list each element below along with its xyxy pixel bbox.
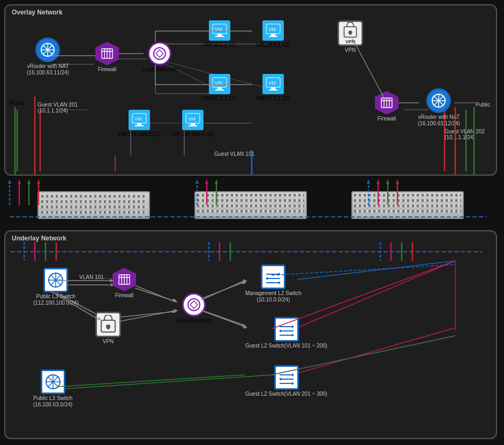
mgmt-l2-switch-icon — [261, 265, 285, 289]
vpn-underlay-icon — [95, 312, 121, 337]
public-l3-bot-label: Public L3 Switch (16.100.63.0/24) — [33, 395, 72, 408]
server-rack-1 — [37, 191, 150, 219]
vm1-icon: VM — [209, 20, 230, 41]
svg-rect-50 — [191, 123, 195, 125]
vpn-underlay: VPN — [95, 312, 121, 345]
vm1-label: VM(10.1.1.11) — [202, 42, 236, 48]
guest-vlan-right: Guest VLAN 202 (10.1.1.1/24) — [445, 129, 485, 140]
svg-rect-38 — [217, 87, 222, 89]
svg-rect-39 — [215, 89, 224, 90]
underlay-label: Underlay Network — [12, 235, 66, 242]
svg-marker-89 — [27, 179, 31, 184]
firewall-left: Firewall — [95, 42, 119, 73]
public-l3-top-icon — [43, 268, 68, 292]
public-l3-bot-icon — [41, 369, 65, 394]
vm4: VM VM(10.1.1.12) — [256, 74, 290, 102]
svg-marker-170 — [279, 378, 281, 381]
guest-l2-bot: Guest L2 Switch(VLAN 201 ~ 300) — [245, 365, 327, 397]
vrouter-right: vRouter with NAT (16.100.63.12/24) — [418, 88, 460, 127]
svg-marker-164 — [279, 329, 281, 333]
svg-marker-105 — [396, 179, 399, 184]
svg-line-119 — [297, 261, 455, 280]
svg-marker-114 — [172, 298, 177, 303]
vrouter-right-label: vRouter with NAT (16.100.63.12/24) — [418, 114, 460, 127]
overlay-network: Overlay Network — [4, 4, 497, 176]
svg-marker-166 — [292, 334, 294, 337]
svg-marker-91 — [37, 179, 40, 184]
vm2-label: VM(10.1.1.12) — [256, 42, 290, 48]
svg-rect-30 — [217, 34, 222, 36]
vm4-icon: VM — [262, 74, 284, 94]
server-area — [4, 181, 497, 227]
vm6-icon: VM — [182, 110, 204, 130]
public-l3-top-label: Public L3 Switch (112.100.100.0/24) — [33, 293, 79, 306]
public-right: Public — [476, 102, 490, 108]
public-left: Public — [10, 99, 24, 107]
svg-marker-103 — [386, 179, 389, 184]
lb-underlay-icon — [182, 293, 206, 316]
svg-marker-93 — [195, 179, 199, 184]
firewall-underlay-label: Firewall — [115, 292, 133, 299]
svg-marker-168 — [292, 373, 294, 376]
vpn-underlay-label: VPN — [103, 338, 114, 345]
svg-rect-144 — [107, 327, 109, 329]
vm6-label: VM(192.168.0.12) — [171, 131, 214, 138]
svg-marker-172 — [292, 382, 294, 385]
guest-l2-bot-icon — [274, 365, 299, 390]
svg-rect-35 — [269, 36, 277, 37]
vm2-icon: VM — [262, 20, 284, 41]
vrouter-left-icon — [35, 37, 60, 62]
underlay-network: Underlay Network — [4, 230, 497, 439]
svg-line-113 — [135, 288, 174, 301]
svg-text:VM: VM — [134, 116, 142, 122]
public-l3-top: Public L3 Switch (112.100.100.0/24) — [33, 268, 79, 306]
guest-vlan-mid: Guest VLAN 101 — [214, 151, 254, 157]
vm4-label: VM(10.1.1.12) — [256, 95, 290, 102]
vm3-label: VM(10.1.1.11) — [202, 95, 236, 102]
svg-marker-85 — [8, 179, 11, 184]
guest-l2-top-icon — [274, 317, 299, 342]
firewall-left-label: Firewall — [98, 66, 116, 73]
svg-text:VM: VM — [268, 27, 276, 32]
svg-rect-47 — [135, 125, 144, 126]
svg-marker-87 — [18, 179, 21, 184]
vrouter-right-icon — [426, 88, 451, 113]
vrouter-left-label: vRouter with NAT (16.100.63.11/24) — [27, 63, 69, 76]
firewall-right: Firewall — [375, 91, 398, 122]
guest-l2-top-label: Guest L2 Switch(VLAN 101 ~ 200) — [245, 343, 327, 349]
vpn-overlay-label: VPN — [345, 47, 356, 54]
svg-text:VM: VM — [268, 80, 276, 86]
vm6: VM VM(192.168.0.12) — [171, 110, 214, 138]
mgmt-l2-switch: Management L2 Switch (10.10.0.0/24) — [245, 265, 302, 303]
svg-rect-43 — [269, 89, 277, 90]
svg-marker-101 — [377, 179, 380, 184]
lb-top-label: Load Balancer — [142, 66, 177, 73]
lb-underlay-label: Load Balancer — [177, 318, 212, 324]
svg-marker-97 — [215, 179, 218, 184]
svg-rect-42 — [271, 87, 275, 89]
overlay-label: Overlay Network — [12, 9, 63, 16]
main-container: Overlay Network — [0, 0, 504, 445]
vm2: VM VM(10.1.1.12) — [256, 20, 290, 48]
vm3: VM VM(10.1.1.11) — [202, 74, 236, 102]
server-rack-2 — [194, 191, 307, 219]
vrouter-left: vRouter with NAT (16.100.63.11/24) — [27, 37, 69, 76]
svg-rect-31 — [215, 36, 224, 37]
svg-rect-55 — [349, 33, 351, 35]
lb-underlay: Load Balancer — [177, 293, 212, 324]
firewall-right-icon — [375, 91, 398, 115]
svg-line-111 — [121, 312, 174, 317]
guest-l2-bot-label: Guest L2 Switch(VLAN 201 ~ 300) — [245, 391, 327, 397]
svg-marker-112 — [172, 310, 177, 313]
firewall-right-label: Firewall — [378, 116, 396, 122]
svg-rect-46 — [137, 123, 141, 125]
svg-marker-162 — [292, 325, 294, 328]
lb-top-icon — [148, 42, 171, 65]
vm3-icon: VM — [209, 74, 230, 94]
svg-line-189 — [58, 375, 245, 387]
svg-text:VM: VM — [188, 116, 195, 122]
svg-text:VM: VM — [215, 27, 222, 32]
firewall-underlay-icon — [112, 268, 136, 291]
guest-l2-top: Guest L2 Switch(VLAN 101 ~ 200) — [245, 317, 327, 349]
svg-marker-99 — [367, 179, 370, 184]
